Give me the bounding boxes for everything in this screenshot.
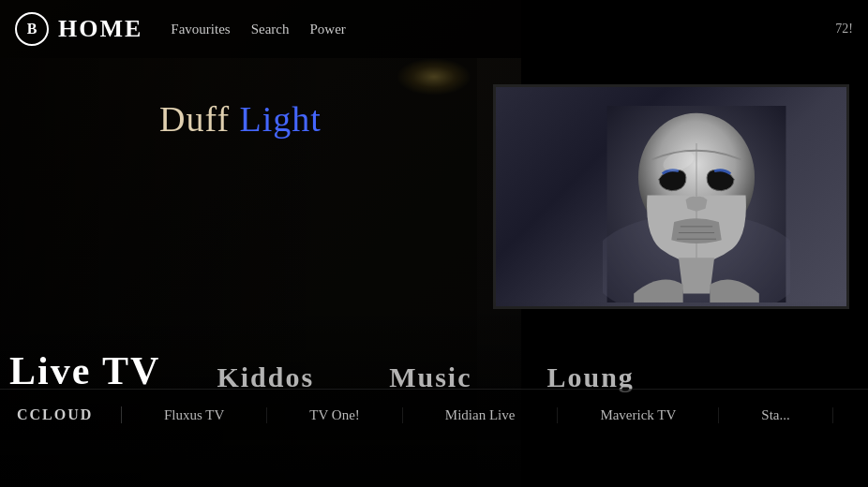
- home-title: Home: [58, 15, 142, 43]
- channel-sta[interactable]: Sta...: [719, 407, 832, 423]
- hero-title: Duff Light: [159, 98, 322, 140]
- light-text: Light: [240, 99, 322, 139]
- category-livetv[interactable]: Live TV: [9, 348, 160, 393]
- channel-midian[interactable]: Midian Live: [403, 407, 559, 423]
- channel-bar: CCloud Fluxus TV TV One! Midian Live Mav…: [0, 389, 868, 440]
- duff-text: Duff: [159, 99, 230, 139]
- section-label: CCloud: [0, 406, 122, 423]
- channel-maverick[interactable]: Maverick TV: [558, 407, 719, 423]
- nav-favourites[interactable]: Favourites: [171, 22, 230, 37]
- nav-search[interactable]: Search: [251, 22, 290, 37]
- stormtrooper-image: [603, 106, 790, 303]
- ceiling-light: [397, 58, 471, 96]
- categories-row: Live TV Kiddos Music Loung: [0, 348, 868, 393]
- channel-fluxus[interactable]: Fluxus TV: [122, 407, 267, 423]
- channel-tvone[interactable]: TV One!: [267, 407, 402, 423]
- navbar: B Home Favourites Search Power 72!: [0, 0, 868, 58]
- logo-button[interactable]: B: [15, 12, 49, 46]
- nav-power[interactable]: Power: [309, 22, 345, 37]
- tv-content: [496, 87, 846, 306]
- tv-screen: [493, 84, 849, 309]
- logo-letter: B: [27, 21, 37, 37]
- resolution-badge: 72!: [835, 22, 853, 37]
